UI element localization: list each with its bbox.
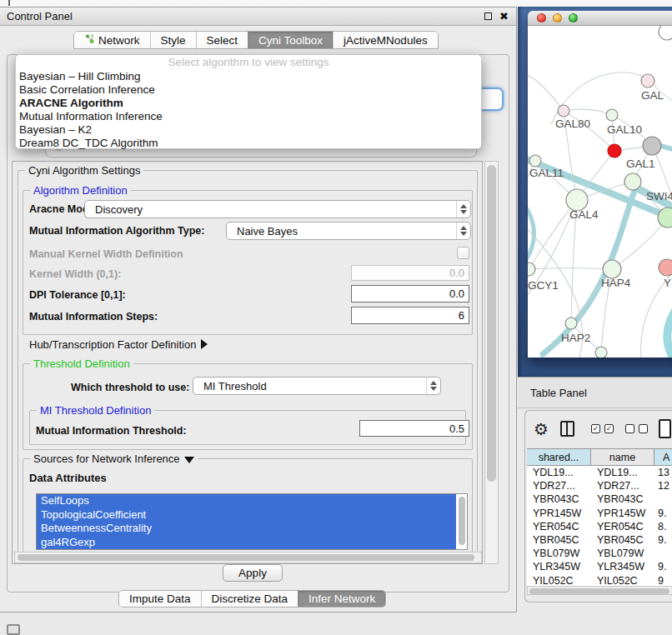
settings-horizontal-scrollbar[interactable] xyxy=(14,552,482,563)
table-rows: YDL19... YDL19... 13 YDR27... YDR27... 1… xyxy=(527,466,672,587)
tab-discretize-data[interactable]: Discretize Data xyxy=(201,591,298,607)
aracne-mode-combo[interactable]: Discovery xyxy=(84,200,471,218)
tab-infer-network[interactable]: Infer Network xyxy=(298,591,385,607)
attribute-item-selected[interactable]: SelfLoops xyxy=(37,494,456,508)
which-threshold-combo[interactable]: MI Threshold xyxy=(193,377,441,395)
node-hap4[interactable] xyxy=(603,260,621,278)
label-gal4: GAL4 xyxy=(569,208,599,221)
kernel-width-input[interactable]: 0.0 xyxy=(351,265,469,281)
algorithm-option[interactable]: Bayesian – Hill Climbing xyxy=(16,70,481,83)
table-row[interactable]: YBR043C YBR043C xyxy=(527,492,672,506)
manual-kernel-checkbox[interactable] xyxy=(457,247,469,259)
table-row[interactable]: YDR27... YDR27... 12 xyxy=(527,479,672,492)
table-panel-title: Table Panel xyxy=(530,387,587,399)
deselect-all-icon[interactable] xyxy=(639,424,648,433)
node-gal80[interactable] xyxy=(558,105,569,117)
table-row[interactable]: YPR145W YPR145W 9. xyxy=(527,507,672,520)
table-row[interactable]: YBL079W YBL079W xyxy=(527,547,672,560)
node-gal-partial[interactable] xyxy=(641,74,654,88)
screen: Control Panel ✖ Network Style xyxy=(0,0,672,635)
zoom-window-icon[interactable] xyxy=(569,13,578,22)
list-scrollbar[interactable] xyxy=(459,497,465,545)
algorithm-option[interactable]: Basic Correlation Inference xyxy=(16,83,481,97)
node-red-selected[interactable] xyxy=(608,144,621,158)
label-gal80: GAL80 xyxy=(555,118,590,130)
data-attributes-list: SelfLoops TopologicalCoefficient Between… xyxy=(36,493,468,550)
settings-vertical-scrollbar[interactable] xyxy=(484,161,499,564)
attribute-item-selected[interactable]: gal4RGexp xyxy=(37,536,456,550)
label-gal10: GAL10 xyxy=(607,123,642,136)
network-canvas[interactable]: GAL GAL80 GAL10 GAL1 GAL11 GAL4 SWI4 GCY… xyxy=(528,26,672,358)
attribute-item-selected[interactable]: TopologicalCoefficient xyxy=(37,508,456,522)
algorithm-placeholder: Select algorithm to view settings xyxy=(16,56,481,70)
tab-select[interactable]: Select xyxy=(196,32,248,48)
control-panel-window: Control Panel ✖ Network Style xyxy=(0,7,517,612)
node-y-partial[interactable] xyxy=(659,259,672,276)
network-window-titlebar[interactable] xyxy=(528,11,672,26)
stepper-arrows-icon xyxy=(456,201,470,218)
export-table-icon[interactable] xyxy=(659,419,671,438)
algorithm-option[interactable]: Dream8 DC_TDC Algorithm xyxy=(16,137,481,150)
tab-style[interactable]: Style xyxy=(150,32,196,48)
table-horizontal-scrollbar[interactable] xyxy=(527,586,672,595)
network-graph[interactable]: GAL GAL80 GAL10 GAL1 GAL11 GAL4 SWI4 GCY… xyxy=(528,26,672,358)
hub-section-toggle[interactable]: Hub/Transcription Factor Definition xyxy=(29,338,208,351)
label-gal11: GAL11 xyxy=(529,167,564,179)
minimize-window-icon[interactable] xyxy=(553,13,562,22)
table-row[interactable]: YBR045C YBR045C 9. xyxy=(527,533,672,547)
close-panel-icon[interactable]: ✖ xyxy=(499,12,509,21)
tab-impute-data[interactable]: Impute Data xyxy=(119,591,201,607)
node-gal1[interactable] xyxy=(624,173,641,190)
node-partial-top[interactable] xyxy=(659,26,672,40)
manual-kernel-label: Manual Kernel Width Definition xyxy=(29,248,183,260)
algorithm-option[interactable]: Mutual Information Inference xyxy=(16,110,481,123)
column-header-shared-name[interactable]: shared... xyxy=(527,449,591,465)
stepper-arrows-icon xyxy=(456,222,470,239)
mi-threshold-input[interactable]: 0.5 xyxy=(359,420,469,437)
column-chooser-icon[interactable] xyxy=(560,421,574,437)
algorithm-option-list: Bayesian – Hill Climbing Basic Correlati… xyxy=(16,70,481,150)
apply-button[interactable]: Apply xyxy=(223,564,283,582)
gear-icon[interactable]: ⚙ xyxy=(534,420,549,438)
node-hap2[interactable] xyxy=(565,318,577,329)
attribute-item-selected[interactable]: BetweennessCentrality xyxy=(37,522,456,536)
node-gal11[interactable] xyxy=(529,155,541,167)
tab-network[interactable]: Network xyxy=(74,32,150,48)
deselect-all-icon[interactable] xyxy=(625,424,634,433)
node-bottom-partial[interactable] xyxy=(595,347,607,358)
top-tick xyxy=(8,0,10,6)
expanded-arrow-icon xyxy=(184,457,194,463)
table-row[interactable]: YER054C YER054C 8. xyxy=(527,520,672,533)
algorithm-definition-title: Algorithm Definition xyxy=(30,184,131,197)
table-row[interactable]: YDL19... YDL19... 13 xyxy=(527,466,672,479)
settings-scroll-area: Cyni Algorithm Settings Algorithm Defini… xyxy=(12,161,483,564)
tab-cyni-toolbox[interactable]: Cyni Toolbox xyxy=(248,32,333,48)
mi-steps-label: Mutual Information Steps: xyxy=(29,311,158,322)
top-strip xyxy=(0,0,672,7)
sources-group-title[interactable]: Sources for Network Inference xyxy=(30,452,198,465)
cyni-settings-group-title: Cyni Algorithm Settings xyxy=(25,164,143,177)
mi-steps-input[interactable]: 6 xyxy=(351,307,469,324)
table-toolbar: ⚙ ✓ ✓ xyxy=(534,419,671,438)
attribute-items: SelfLoops TopologicalCoefficient Between… xyxy=(37,494,467,549)
column-header-name[interactable]: name xyxy=(591,449,654,465)
algorithm-option[interactable]: Bayesian – K2 xyxy=(16,123,481,137)
node-gal10[interactable] xyxy=(606,109,618,121)
select-all-checked-icon[interactable]: ✓ xyxy=(604,424,614,433)
mi-type-label: Mutual Information Algorithm Type: xyxy=(29,225,204,237)
select-all-checked-icon[interactable]: ✓ xyxy=(591,424,600,433)
dpi-tolerance-input[interactable]: 0.0 xyxy=(351,285,469,302)
dock-panel-icon[interactable] xyxy=(7,624,20,635)
algorithm-option[interactable]: ARACNE Algorithm xyxy=(16,97,481,110)
close-window-icon[interactable] xyxy=(537,13,546,22)
label-hap2: HAP2 xyxy=(561,332,590,344)
node-gcy1[interactable] xyxy=(528,262,535,276)
table-row[interactable]: YIL052C YIL052C 9 xyxy=(527,574,672,588)
column-header-partial[interactable]: A xyxy=(654,449,672,465)
table-row[interactable]: YLR345W YLR345W 9. xyxy=(527,560,672,573)
float-window-icon[interactable] xyxy=(484,12,492,20)
mi-type-combo[interactable]: Naive Bayes xyxy=(226,222,471,240)
node-gray[interactable] xyxy=(643,137,661,155)
label-swi4: SWI4 xyxy=(646,190,672,202)
tab-jactivemnodules[interactable]: jActiveMNodules xyxy=(333,32,438,48)
